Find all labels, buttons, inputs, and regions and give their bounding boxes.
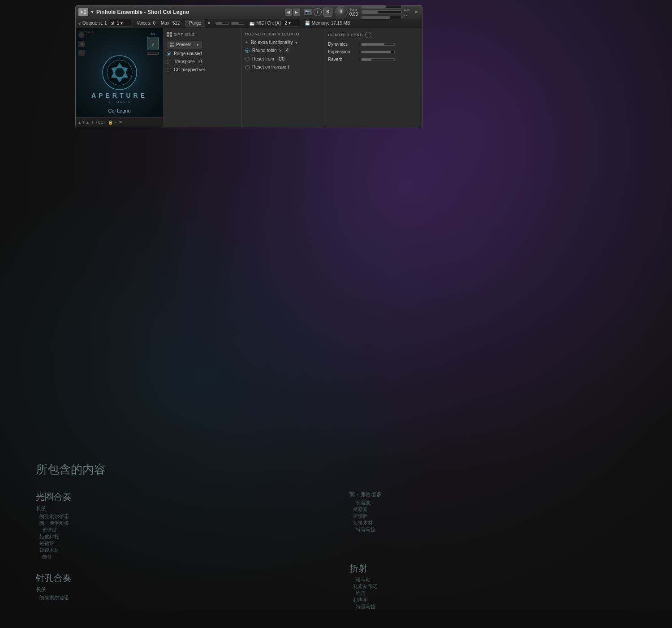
toolbar-plus-icon[interactable]: + xyxy=(91,120,94,125)
no-extra-arrow[interactable]: ▾ xyxy=(295,40,297,45)
ctrl-info-btn[interactable]: i xyxy=(365,32,371,38)
refraction-item-3: 吮笛 xyxy=(349,590,636,597)
grid-icon xyxy=(167,32,172,37)
reset-from-row[interactable]: Reset from C0 xyxy=(245,56,320,62)
right-panels: OPTIONS Presets... ▾ xyxy=(163,28,422,127)
rr-radio[interactable] xyxy=(245,48,250,53)
svg-rect-0 xyxy=(84,10,86,11)
reset-from-label: Reset from xyxy=(252,56,274,61)
rr-label: Round robin xyxy=(252,48,276,53)
transpose-radio[interactable] xyxy=(167,60,171,64)
refraction-item-1: 诺马勒 xyxy=(349,576,636,583)
frotando-item-3: 短锁萨 xyxy=(349,513,636,520)
reset-transport-radio[interactable] xyxy=(245,65,250,69)
round-robin-row[interactable]: Round robin x 4 xyxy=(245,48,320,53)
left-content-col: 光圈合奏 长的 朗孔索尔蒂诺 朗・弗洛坦多 长谱波 短皮料托 短锁萨 短锁木材 … xyxy=(36,491,323,610)
toolbar-cc-label[interactable]: +CC+ xyxy=(95,120,106,125)
title-dropdown-btn[interactable]: ▼ xyxy=(90,9,95,14)
purge-btn[interactable]: Purge xyxy=(185,20,205,26)
mini-slider-2[interactable] xyxy=(231,22,244,25)
aux-label: aux xyxy=(404,8,409,12)
ctrl-info-icon: i xyxy=(368,33,369,37)
transpose-value[interactable]: 0 xyxy=(198,59,204,65)
close-btn[interactable]: × xyxy=(413,9,419,15)
info-small-btn[interactable]: i xyxy=(78,32,85,38)
output-label: Output: st. 1 xyxy=(82,21,107,26)
reverb-row: Reverb xyxy=(328,57,418,62)
purge-row[interactable]: Purge unused xyxy=(167,51,237,56)
presets-row: Presets... ▾ xyxy=(167,41,237,48)
info-icon[interactable]: i xyxy=(314,8,322,16)
group-refraction: 折射 诺马勒 孔索尔蒂诺 吮笛 和声学 特雷马拉 xyxy=(349,563,636,610)
music-note-btn[interactable]: ♪ xyxy=(147,37,159,50)
aperture-sub-item-1: 长谱波 xyxy=(36,527,323,533)
tune-knob[interactable] xyxy=(335,6,348,18)
no-extra-row[interactable]: ✦ No extra functionality ▾ xyxy=(245,40,320,45)
col-label: col xyxy=(147,32,159,36)
rr-value[interactable]: 4 xyxy=(284,48,290,53)
midi-dropdown[interactable]: 2 ▾ xyxy=(283,20,299,26)
group-frotando: 朗・弗洛坦多 长谱波 短断奏 短锁萨 短锁木材 特雷马拉 xyxy=(349,491,636,533)
camera-icon[interactable]: 📷 xyxy=(304,9,312,15)
refraction-title: 折射 xyxy=(349,563,636,575)
dynamics-label: Dynamics xyxy=(328,42,358,47)
reset-transport-row[interactable]: Reset on transport xyxy=(245,65,320,69)
ctrl-title: CONTROLLERS xyxy=(328,33,363,37)
slider-3[interactable] xyxy=(362,16,402,19)
star-icon: ✦ xyxy=(245,40,248,44)
prev-btn[interactable]: ◀ xyxy=(285,9,292,16)
toolbar-lock-icon[interactable]: 🔒 xyxy=(108,120,113,125)
reset-radio[interactable] xyxy=(245,57,250,61)
next-btn[interactable]: ▶ xyxy=(293,9,300,16)
cc-row[interactable]: CC mapped vel. xyxy=(167,67,237,72)
content-grid: 光圈合奏 长的 朗孔索尔蒂诺 朗・弗洛坦多 长谱波 短皮料托 短锁萨 短锁木材 … xyxy=(36,491,636,610)
mini-sliders xyxy=(215,22,244,25)
aperture-title: 光圈合奏 xyxy=(36,491,323,503)
output-dropdown[interactable]: st. 1 ▾ xyxy=(109,20,132,26)
memory-value: 17.15 MB xyxy=(331,21,350,26)
purge-radio[interactable] xyxy=(167,52,171,56)
toolbar-shield-icon[interactable]: ⚑ xyxy=(119,120,122,125)
purge-unused-label: Purge unused xyxy=(174,51,202,56)
s-button[interactable]: S xyxy=(323,8,332,17)
toolbar-waveform-icon[interactable]: ▲▼▲ xyxy=(78,120,90,125)
reset-from-value[interactable]: C0 xyxy=(277,56,286,62)
panels-row: OPTIONS Presets... ▾ xyxy=(163,28,422,127)
aperture-item-4: 短锁萨 xyxy=(36,540,323,547)
slider-1[interactable] xyxy=(362,5,402,9)
dynamics-row: Dynamics xyxy=(328,42,418,47)
expression-slider[interactable] xyxy=(361,51,395,53)
voices-value: 0 xyxy=(153,21,155,26)
voices-label: Voices: xyxy=(137,21,151,26)
memory-label: Memory: xyxy=(312,21,329,26)
frotando-item-1: 长谱波 xyxy=(349,499,636,506)
pinhole-title: 针孔合奏 xyxy=(36,572,323,584)
no-extra-label: No extra functionality xyxy=(251,40,293,45)
frotando-item-5: 特雷马拉 xyxy=(349,526,636,533)
col-section: col ♪ xyxy=(147,32,159,55)
midi-item: 🎹 MIDI Ch: [A] 2 ▾ xyxy=(250,20,299,26)
purge-dropdown[interactable]: ▾ xyxy=(208,21,210,26)
col-bar xyxy=(147,52,159,55)
frotando-item-4: 短锁木材 xyxy=(349,520,636,526)
plugin-window: ▼ Pinhole Ensemble - Short Col Legno ◀ ▶… xyxy=(75,5,422,127)
midi-icon: 🎹 xyxy=(250,21,254,26)
slider-2[interactable] xyxy=(362,10,402,14)
max-label: Max: xyxy=(161,21,171,26)
round-robin-panel: ROUND ROBIN & LEGATO ✦ No extra function… xyxy=(241,28,324,127)
main-content: SPITFIRE AUDIO i ⚙ ♩ xyxy=(76,28,422,127)
presets-btn[interactable]: Presets... ▾ xyxy=(167,41,202,48)
aperture-item-1: 朗孔索尔蒂诺 xyxy=(36,513,323,520)
svg-point-5 xyxy=(115,68,124,77)
cc-radio[interactable] xyxy=(167,68,171,72)
presets-label: Presets... xyxy=(176,42,195,47)
settings-icon[interactable]: ⚙ xyxy=(78,41,85,47)
note-icon[interactable]: ♩ xyxy=(78,50,85,56)
mini-slider-1[interactable] xyxy=(215,22,229,25)
reverb-slider[interactable] xyxy=(361,58,395,61)
title-nav: ◀ ▶ xyxy=(285,9,300,16)
header-sliders xyxy=(362,5,402,19)
dynamics-slider[interactable] xyxy=(361,43,395,46)
content-section: 所包含的内容 光圈合奏 长的 朗孔索尔蒂诺 朗・弗洛坦多 长谱波 短皮料托 短锁… xyxy=(0,444,672,628)
presets-grid-icon xyxy=(170,43,174,47)
